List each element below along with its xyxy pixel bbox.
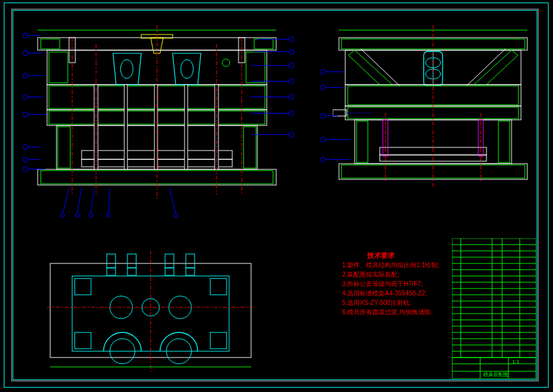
- cad-canvas[interactable]: 技术要求 1.塑件、模具结构均按比例1:1绘制; 2.装配图按实际装配; 3.所…: [0, 0, 553, 392]
- svg-line-34: [63, 188, 69, 213]
- view-side-b: [333, 25, 534, 207]
- titleblock-name: 模具装配图: [483, 371, 508, 378]
- tech-requirements: 技术要求 1.塑件、模具结构均按比例1:1绘制; 2.装配图按实际装配; 3.所…: [342, 251, 439, 317]
- svg-rect-57: [498, 121, 510, 162]
- svg-rect-11: [58, 127, 70, 168]
- svg-point-27: [222, 59, 230, 66]
- svg-rect-82: [75, 332, 91, 349]
- svg-rect-77: [186, 254, 195, 268]
- view-section-a: [31, 25, 289, 213]
- svg-rect-71: [107, 254, 115, 268]
- svg-rect-1: [41, 39, 60, 49]
- svg-rect-72: [107, 268, 115, 275]
- req-3: 3.所标公差等级均高于H7/F7;: [342, 279, 439, 289]
- svg-rect-4: [49, 52, 68, 83]
- svg-point-41: [107, 213, 110, 217]
- svg-line-36: [77, 188, 82, 213]
- titleblock-scale: 1:1: [512, 359, 519, 364]
- svg-rect-73: [127, 254, 136, 268]
- svg-rect-5: [246, 52, 265, 83]
- svg-line-40: [109, 188, 110, 213]
- svg-rect-81: [210, 278, 227, 295]
- svg-point-35: [61, 213, 65, 217]
- leaders-bottom-a: [60, 188, 223, 220]
- svg-rect-23: [185, 85, 188, 169]
- svg-rect-78: [186, 268, 195, 275]
- bom-table: 模具装配图 1:1: [452, 238, 536, 379]
- view-plan-c: [47, 251, 260, 376]
- req-4: 4.选用标准模架A4-355458-Z2;: [342, 289, 439, 298]
- svg-rect-21: [124, 85, 127, 169]
- svg-point-18: [121, 60, 133, 78]
- req-1: 1.塑件、模具结构均按比例1:1绘制;: [342, 260, 439, 270]
- svg-line-42: [169, 188, 176, 213]
- req-2: 2.装配图按实际装配;: [342, 270, 439, 279]
- svg-point-19: [181, 60, 193, 78]
- req-heading: 技术要求: [367, 251, 439, 260]
- svg-point-43: [174, 213, 178, 217]
- svg-rect-75: [165, 254, 174, 268]
- svg-point-37: [75, 213, 79, 217]
- req-6: 6.模具所有圆弧过渡,均倒角清除。: [342, 307, 439, 317]
- svg-rect-12: [244, 127, 256, 168]
- svg-rect-74: [127, 268, 136, 275]
- svg-rect-80: [75, 278, 91, 295]
- svg-rect-83: [210, 332, 227, 349]
- svg-rect-56: [357, 121, 368, 162]
- req-5: 5.选用XS-ZY-500注射机;: [342, 298, 439, 307]
- svg-rect-76: [165, 268, 174, 275]
- svg-line-38: [91, 188, 94, 213]
- svg-rect-2: [254, 39, 273, 49]
- svg-point-39: [89, 213, 93, 217]
